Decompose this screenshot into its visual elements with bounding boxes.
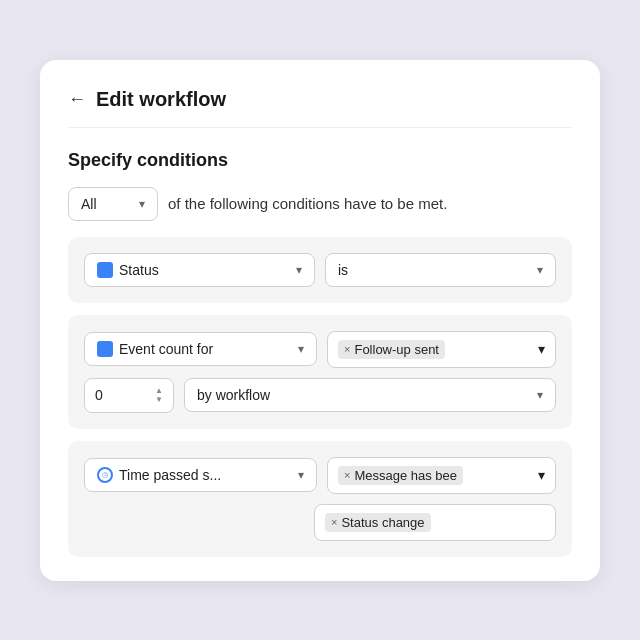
status-operator-dropdown[interactable]: is ▾ bbox=[325, 253, 556, 287]
by-workflow-label: by workflow bbox=[197, 387, 270, 403]
event-tag-dropdown[interactable]: × Follow-up sent ▾ bbox=[327, 331, 556, 368]
event-tag-chevron-icon: ▾ bbox=[538, 341, 545, 357]
message-has-been-chip: × Message has bee bbox=[338, 466, 463, 485]
time-field-label: Time passed s... bbox=[119, 467, 221, 483]
event-number-input[interactable]: 0 ▲ ▼ bbox=[84, 378, 174, 413]
back-button[interactable]: ← bbox=[68, 89, 86, 110]
condition-block-event: Event count for ▾ × Follow-up sent ▾ 0 ▲ bbox=[68, 315, 572, 429]
status-change-label: Status change bbox=[341, 515, 424, 530]
event-tag-inner: × Follow-up sent bbox=[338, 340, 445, 359]
follow-up-sent-chip: × Follow-up sent bbox=[338, 340, 445, 359]
stepper-down-icon[interactable]: ▼ bbox=[155, 396, 163, 404]
event-number-value: 0 bbox=[95, 387, 103, 403]
event-field-icon bbox=[97, 341, 113, 357]
condition-block-time: ◷ Time passed s... ▾ × Message has bee ▾ bbox=[68, 441, 572, 557]
status-field-chevron-icon: ▾ bbox=[296, 263, 302, 277]
time-tag-chevron-icon: ▾ bbox=[538, 467, 545, 483]
message-has-been-label: Message has bee bbox=[354, 468, 457, 483]
stepper-up-icon[interactable]: ▲ bbox=[155, 387, 163, 395]
status-operator-chevron-icon: ▾ bbox=[537, 263, 543, 277]
by-workflow-dropdown[interactable]: by workflow ▾ bbox=[184, 378, 556, 412]
time-tag-inner: × Message has bee bbox=[338, 466, 463, 485]
time-field-chevron-icon: ▾ bbox=[298, 468, 304, 482]
status-field-label: Status bbox=[119, 262, 159, 278]
status-change-chip: × Status change bbox=[325, 513, 431, 532]
condition-row-status: Status ▾ is ▾ bbox=[84, 253, 556, 287]
time-tag-dropdown[interactable]: × Message has bee ▾ bbox=[327, 457, 556, 494]
event-field-dropdown[interactable]: Event count for ▾ bbox=[84, 332, 317, 366]
condition-row-time-bottom: × Status change bbox=[84, 504, 556, 541]
status-field-icon bbox=[97, 262, 113, 278]
section-title: Specify conditions bbox=[68, 150, 572, 171]
event-field-label: Event count for bbox=[119, 341, 213, 357]
status-operator-label: is bbox=[338, 262, 348, 278]
status-change-close-icon[interactable]: × bbox=[331, 516, 337, 528]
header: ← Edit workflow bbox=[68, 88, 572, 128]
message-close-icon[interactable]: × bbox=[344, 469, 350, 481]
status-change-inner: × Status change bbox=[325, 513, 431, 532]
all-dropdown-label: All bbox=[81, 196, 97, 212]
edit-workflow-card: ← Edit workflow Specify conditions All ▾… bbox=[40, 60, 600, 581]
status-change-dropdown[interactable]: × Status change bbox=[314, 504, 556, 541]
follow-up-sent-close-icon[interactable]: × bbox=[344, 343, 350, 355]
condition-block-status: Status ▾ is ▾ bbox=[68, 237, 572, 303]
condition-prefix-row: All ▾ of the following conditions have t… bbox=[68, 187, 572, 221]
event-field-chevron-icon: ▾ bbox=[298, 342, 304, 356]
condition-row-event-top: Event count for ▾ × Follow-up sent ▾ bbox=[84, 331, 556, 368]
follow-up-sent-label: Follow-up sent bbox=[354, 342, 439, 357]
time-field-dropdown[interactable]: ◷ Time passed s... ▾ bbox=[84, 458, 317, 492]
condition-row-event-bottom: 0 ▲ ▼ by workflow ▾ bbox=[84, 378, 556, 413]
page-title: Edit workflow bbox=[96, 88, 226, 111]
event-number-stepper[interactable]: ▲ ▼ bbox=[155, 387, 163, 404]
by-workflow-chevron-icon: ▾ bbox=[537, 388, 543, 402]
condition-suffix-text: of the following conditions have to be m… bbox=[168, 195, 447, 212]
all-dropdown[interactable]: All ▾ bbox=[68, 187, 158, 221]
clock-icon: ◷ bbox=[97, 467, 113, 483]
all-dropdown-chevron-icon: ▾ bbox=[139, 197, 145, 211]
status-field-dropdown[interactable]: Status ▾ bbox=[84, 253, 315, 287]
condition-row-time-top: ◷ Time passed s... ▾ × Message has bee ▾ bbox=[84, 457, 556, 494]
